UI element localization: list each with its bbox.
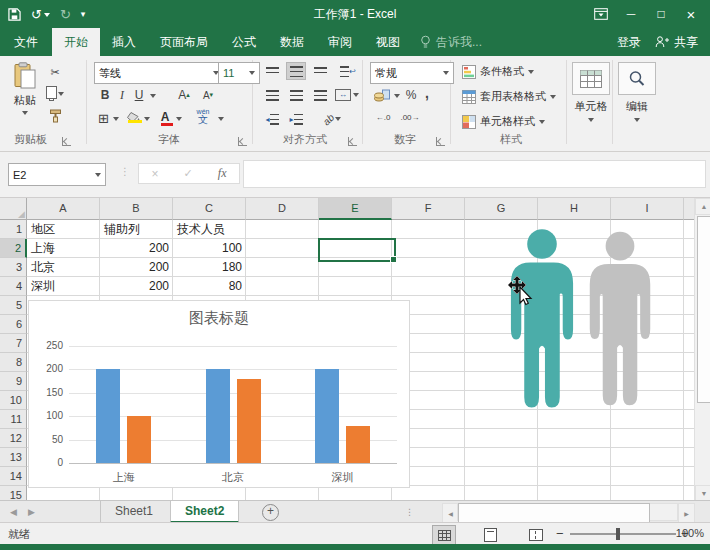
chart-bar-辅助列-上海[interactable] bbox=[96, 369, 120, 463]
scroll-right-icon[interactable]: ▶ bbox=[678, 503, 695, 523]
grid-cell-C1[interactable]: 技术人员 bbox=[173, 220, 246, 239]
person-pictogram-teal[interactable] bbox=[505, 228, 579, 414]
align-bottom-button[interactable] bbox=[310, 62, 330, 80]
increase-decimal-button[interactable]: ←.0 bbox=[372, 110, 394, 124]
ribbon-display-options-icon[interactable] bbox=[588, 2, 614, 26]
tab-review[interactable]: 审阅 bbox=[316, 28, 364, 56]
chart-bar-辅助列-深圳[interactable] bbox=[315, 369, 339, 463]
tab-data[interactable]: 数据 bbox=[268, 28, 316, 56]
cancel-icon[interactable]: × bbox=[152, 167, 159, 181]
font-name-select[interactable]: 等线 bbox=[94, 62, 224, 84]
align-left-button[interactable] bbox=[262, 86, 282, 104]
zoom-slider-track[interactable] bbox=[570, 533, 676, 535]
fill-handle[interactable] bbox=[390, 256, 397, 263]
name-box[interactable]: E2 bbox=[8, 163, 106, 186]
editing-group-button[interactable]: 编辑 bbox=[618, 62, 656, 122]
tab-home[interactable]: 开始 bbox=[52, 28, 100, 56]
vertical-scrollbar[interactable]: ▲ ▼ bbox=[694, 198, 710, 500]
zoom-slider-thumb[interactable] bbox=[616, 528, 620, 540]
tab-insert[interactable]: 插入 bbox=[100, 28, 148, 56]
formula-bar-splitter[interactable]: ⋮ bbox=[120, 166, 130, 177]
grid-cell-C2[interactable]: 100 bbox=[173, 239, 246, 258]
borders-button[interactable]: ⊞ bbox=[96, 110, 111, 126]
underline-dropdown-icon[interactable] bbox=[150, 94, 156, 98]
merge-center-button[interactable]: ↔ bbox=[334, 86, 360, 104]
sheet-tab-sheet1[interactable]: Sheet1 bbox=[101, 501, 167, 523]
zoom-out-button[interactable]: − bbox=[556, 526, 564, 541]
insert-function-icon[interactable]: fx bbox=[218, 166, 227, 181]
font-color-button[interactable]: A bbox=[158, 108, 172, 126]
increase-indent-button[interactable]: ▸ bbox=[286, 110, 306, 128]
grid-cell-C3[interactable]: 180 bbox=[173, 258, 246, 277]
name-box-dropdown-icon[interactable] bbox=[95, 173, 101, 177]
embedded-chart[interactable]: 图表标题 050100150200250上海北京深圳 bbox=[28, 300, 410, 488]
grow-font-button[interactable]: A▴ bbox=[176, 87, 192, 103]
decrease-decimal-button[interactable]: .00→ bbox=[398, 110, 422, 124]
grid-cell-B1[interactable]: 辅助列 bbox=[100, 220, 173, 239]
grid-cell-B3[interactable]: 200 bbox=[100, 258, 173, 277]
comma-style-button[interactable]: , bbox=[422, 85, 432, 101]
wrap-text-button[interactable]: ↩ bbox=[338, 62, 358, 80]
align-middle-button[interactable] bbox=[286, 62, 306, 80]
formula-input[interactable] bbox=[243, 160, 706, 188]
cell-styles-dropdown-icon[interactable] bbox=[539, 120, 545, 124]
font-size-select[interactable]: 11 bbox=[218, 62, 260, 84]
sheet-nav-prev-icon[interactable]: ◀ bbox=[10, 501, 17, 523]
copy-button[interactable] bbox=[46, 86, 64, 102]
accounting-format-button[interactable] bbox=[372, 87, 392, 103]
scroll-up-icon[interactable]: ▲ bbox=[695, 198, 710, 215]
number-format-select[interactable]: 常规 bbox=[370, 62, 454, 84]
format-as-table-dropdown-icon[interactable] bbox=[550, 95, 556, 99]
grid-cell-A2[interactable]: 上海 bbox=[27, 239, 100, 258]
sign-in-link[interactable]: 登录 bbox=[617, 34, 641, 51]
fill-color-button[interactable] bbox=[126, 108, 142, 126]
shrink-font-button[interactable]: A▾ bbox=[200, 87, 216, 103]
cut-button[interactable]: ✂ bbox=[46, 64, 64, 80]
paste-button[interactable]: 粘贴 bbox=[8, 62, 42, 115]
vertical-scroll-thumb[interactable] bbox=[697, 216, 710, 403]
number-format-dropdown-icon[interactable] bbox=[443, 71, 449, 75]
percent-style-button[interactable]: % bbox=[404, 87, 418, 103]
tab-scrollbar-splitter[interactable]: ⋮ bbox=[405, 501, 414, 523]
sheet-nav-next-icon[interactable]: ▶ bbox=[28, 501, 35, 523]
phonetic-guide-button[interactable]: wén 文 bbox=[192, 106, 214, 126]
grid-cell-A4[interactable]: 深圳 bbox=[27, 277, 100, 296]
zoom-level[interactable]: 100% bbox=[676, 527, 704, 539]
grid-cell-A3[interactable]: 北京 bbox=[27, 258, 100, 277]
sheet-tab-sheet2[interactable]: Sheet2 bbox=[170, 501, 239, 523]
grid-cell-A1[interactable]: 地区 bbox=[27, 220, 100, 239]
grid-cell-C4[interactable]: 80 bbox=[173, 277, 246, 296]
copy-dropdown-icon[interactable] bbox=[58, 92, 64, 96]
font-color-dropdown-icon[interactable] bbox=[176, 117, 182, 121]
align-top-button[interactable] bbox=[262, 62, 282, 80]
conditional-formatting-button[interactable]: 条件格式 bbox=[462, 64, 534, 79]
cells-group-button[interactable]: 单元格 bbox=[572, 62, 610, 122]
conditional-formatting-dropdown-icon[interactable] bbox=[528, 70, 534, 74]
share-button[interactable]: 共享 bbox=[655, 34, 698, 51]
align-center-button[interactable] bbox=[286, 86, 306, 104]
paste-dropdown-icon[interactable] bbox=[22, 111, 28, 115]
cells-dropdown-icon[interactable] bbox=[588, 118, 594, 122]
font-dialog-launcher-icon[interactable] bbox=[238, 137, 247, 146]
view-page-layout-button[interactable] bbox=[478, 525, 502, 545]
decrease-indent-button[interactable]: ◂ bbox=[262, 110, 282, 128]
underline-button[interactable]: U bbox=[132, 87, 146, 103]
borders-dropdown-icon[interactable] bbox=[113, 117, 119, 121]
person-pictogram-gray[interactable] bbox=[584, 231, 656, 411]
merge-dropdown-icon[interactable] bbox=[353, 93, 359, 97]
view-normal-button[interactable] bbox=[432, 525, 456, 545]
close-button[interactable]: × bbox=[678, 2, 704, 26]
active-cell-selection[interactable] bbox=[318, 238, 396, 262]
align-right-button[interactable] bbox=[310, 86, 330, 104]
view-page-break-button[interactable] bbox=[524, 525, 548, 545]
alignment-dialog-launcher-icon[interactable] bbox=[348, 137, 357, 146]
format-as-table-button[interactable]: 套用表格格式 bbox=[462, 89, 556, 104]
tab-file[interactable]: 文件 bbox=[0, 28, 52, 56]
chart-bar-技术人员-北京[interactable] bbox=[237, 379, 261, 463]
italic-button[interactable]: I bbox=[116, 87, 128, 103]
maximize-button[interactable]: □ bbox=[648, 2, 674, 26]
minimize-button[interactable]: ─ bbox=[618, 2, 644, 26]
enter-icon[interactable]: ✓ bbox=[184, 167, 193, 180]
font-size-dropdown-icon[interactable] bbox=[249, 71, 255, 75]
grid-cell-B2[interactable]: 200 bbox=[100, 239, 173, 258]
